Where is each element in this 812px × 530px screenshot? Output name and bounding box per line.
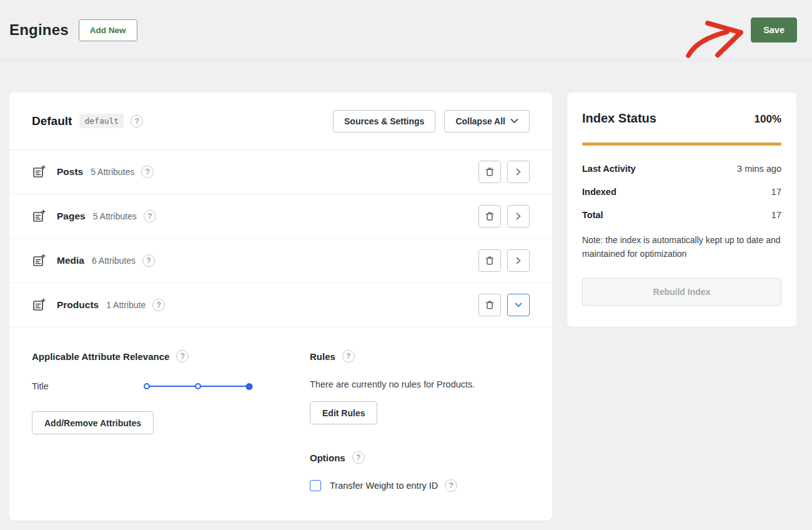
red-arrow-annotation (675, 16, 750, 61)
source-row-pages: Pages 5 Attributes ? (9, 194, 552, 239)
transfer-weight-help-icon[interactable]: ? (445, 479, 457, 492)
engine-header: Default default ? Sources & Settings Col… (9, 92, 552, 150)
rules-options-section: Rules ? There are currently no rules for… (310, 350, 530, 492)
chevron-right-icon (515, 256, 522, 265)
sources-settings-button[interactable]: Sources & Settings (333, 110, 435, 132)
attribute-row-title: Title (32, 381, 310, 391)
index-status-header: Index Status 100% (582, 111, 781, 126)
rules-heading-label: Rules (310, 351, 335, 362)
collapse-all-label: Collapse All (455, 116, 505, 126)
document-plus-icon (32, 165, 46, 179)
expand-source-button[interactable] (507, 161, 530, 183)
engine-help-icon[interactable]: ? (131, 115, 143, 128)
source-help-icon[interactable]: ? (141, 166, 154, 178)
save-button[interactable]: Save (751, 18, 797, 42)
stat-value: 3 mins ago (737, 164, 781, 174)
content-area: Default default ? Sources & Settings Col… (0, 61, 812, 521)
document-plus-icon (32, 254, 46, 268)
transfer-weight-checkbox[interactable] (310, 480, 321, 491)
row-actions (478, 294, 530, 316)
attribute-label: Title (32, 381, 147, 391)
delete-source-button[interactable] (478, 205, 501, 228)
page-title: Engines (9, 21, 69, 39)
chevron-right-icon (515, 168, 522, 176)
source-name: Products (57, 299, 99, 311)
source-attributes-count: 6 Attributes (92, 256, 136, 266)
slider-handle[interactable] (246, 383, 253, 390)
rules-heading: Rules ? (310, 350, 530, 362)
source-row-media: Media 6 Attributes ? (9, 239, 552, 283)
trash-icon (484, 166, 495, 178)
source-attributes-count: 5 Attributes (91, 167, 134, 177)
products-expanded-panel: Applicable Attribute Relevance ? Title A… (9, 328, 552, 517)
slider-stop-low[interactable] (144, 383, 150, 389)
index-progress-bar (582, 142, 781, 146)
source-help-icon[interactable]: ? (142, 254, 155, 267)
attribute-relevance-heading-label: Applicable Attribute Relevance (32, 351, 169, 362)
stat-row-total: Total 17 (582, 210, 781, 220)
stat-row-last-activity: Last Activity 3 mins ago (582, 164, 781, 174)
trash-icon (484, 211, 495, 222)
index-status-title: Index Status (582, 111, 656, 126)
row-actions (478, 249, 530, 272)
add-new-button[interactable]: Add New (79, 19, 137, 41)
delete-source-button[interactable] (478, 161, 501, 183)
source-attributes-count: 5 Attributes (93, 211, 137, 221)
edit-rules-button[interactable]: Edit Rules (310, 401, 377, 424)
expand-source-button[interactable] (507, 249, 530, 272)
transfer-weight-label: Transfer Weight to entry ID (330, 481, 438, 491)
engine-slug-badge: default (79, 114, 124, 128)
trash-icon (484, 299, 495, 311)
index-note: Note: the index is automatically kept up… (582, 233, 781, 261)
row-actions (478, 205, 530, 228)
document-plus-icon (32, 209, 46, 224)
attribute-relevance-section: Applicable Attribute Relevance ? Title A… (32, 350, 310, 492)
delete-source-button[interactable] (478, 249, 501, 272)
chevron-right-icon (515, 212, 522, 221)
rules-help-icon[interactable]: ? (342, 350, 355, 362)
rebuild-index-button[interactable]: Rebuild Index (582, 278, 781, 306)
add-remove-attributes-button[interactable]: Add/Remove Attributes (32, 411, 154, 434)
engine-card: Default default ? Sources & Settings Col… (9, 92, 552, 521)
index-status-card: Index Status 100% Last Activity 3 mins a… (567, 92, 796, 327)
trash-icon (484, 255, 495, 266)
engine-name: Default (32, 114, 72, 128)
source-attributes-count: 1 Attribute (106, 300, 146, 310)
expand-source-button[interactable] (507, 205, 530, 228)
stat-row-indexed: Indexed 17 (582, 187, 781, 197)
source-help-icon[interactable]: ? (144, 210, 156, 222)
options-heading-label: Options (310, 452, 345, 463)
source-row-products: Products 1 Attribute ? (9, 283, 552, 328)
options-help-icon[interactable]: ? (352, 451, 365, 464)
options-heading: Options ? (310, 451, 530, 464)
source-name: Pages (57, 211, 86, 222)
source-name: Media (57, 255, 84, 266)
stat-label: Last Activity (582, 164, 636, 174)
collapse-source-button[interactable] (507, 294, 530, 316)
slider-stop-mid[interactable] (195, 383, 201, 389)
stat-label: Indexed (582, 187, 616, 197)
stat-label: Total (582, 210, 603, 220)
topbar: Engines Add New Save (0, 0, 812, 61)
relevance-slider[interactable] (147, 382, 249, 390)
attribute-relevance-heading: Applicable Attribute Relevance ? (32, 350, 310, 362)
row-actions (478, 161, 530, 183)
stat-value: 17 (771, 210, 781, 220)
source-name: Posts (57, 166, 83, 178)
chevron-down-icon (510, 118, 518, 124)
engine-actions: Sources & Settings Collapse All (333, 110, 530, 132)
index-status-percent: 100% (755, 113, 781, 126)
delete-source-button[interactable] (478, 294, 501, 316)
stat-value: 17 (771, 187, 781, 197)
rules-empty-text: There are currently no rules for Product… (310, 379, 530, 389)
attribute-relevance-help-icon[interactable]: ? (176, 350, 189, 362)
index-progress-fill (582, 142, 781, 146)
index-stats: Last Activity 3 mins ago Indexed 17 Tota… (582, 164, 781, 220)
collapse-all-button[interactable]: Collapse All (444, 110, 530, 132)
document-plus-icon (32, 298, 46, 312)
source-row-posts: Posts 5 Attributes ? (9, 150, 552, 194)
transfer-weight-option: Transfer Weight to entry ID ? (310, 479, 530, 492)
source-help-icon[interactable]: ? (152, 299, 165, 311)
chevron-down-icon (514, 301, 523, 309)
